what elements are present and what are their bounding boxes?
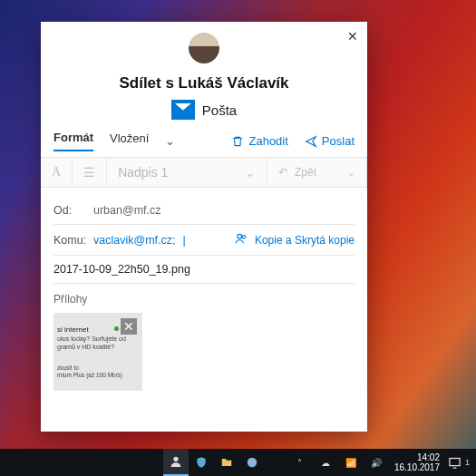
thumb-line: gramů v HD kvalitě? (57, 343, 139, 351)
tray-up-icon[interactable]: ˄ (287, 449, 313, 476)
format-toolbar: A ☰ Nadpis 1⌄ ↶Zpět⌄ (41, 157, 367, 188)
taskbar-app-security[interactable] (189, 449, 214, 476)
discard-button[interactable]: Zahodit (231, 134, 287, 148)
compose-tabs: Formát Vložení ⌄ Zahodit Poslat (41, 120, 367, 151)
people-icon[interactable] (235, 232, 248, 248)
action-center-icon[interactable] (445, 456, 465, 470)
from-value[interactable]: urban@mf.cz (93, 204, 161, 217)
svg-point-3 (248, 458, 257, 468)
taskbar-app-people[interactable] (163, 449, 189, 476)
attachment-thumb[interactable]: ✕ si internet otos today? Surfujete od g… (53, 313, 142, 391)
close-icon[interactable]: ✕ (347, 29, 358, 44)
cc-bcc-link[interactable]: Kopie a Skrytá kopie (255, 234, 355, 247)
dialog-header: Sdílet s Lukáš Václavík Pošta (41, 22, 367, 120)
attachments-label: Přílohy (53, 293, 355, 306)
mail-icon (171, 100, 195, 120)
tray-volume-icon[interactable]: 🔊 (364, 449, 389, 476)
to-input[interactable]: vaclavik@mf.cz; (93, 234, 175, 247)
status-dot-icon (114, 326, 119, 331)
taskbar-app-folder[interactable] (214, 449, 239, 476)
svg-rect-4 (450, 458, 460, 465)
chevron-down-icon[interactable]: ⌄ (165, 134, 175, 148)
dialog-title: Sdílet s Lukáš Václavík (41, 74, 367, 92)
indent-button[interactable]: ☰ (73, 158, 107, 187)
tray-onedrive-icon[interactable]: ☁ (313, 449, 338, 476)
taskbar: ˄ ☁ 📶 🔊 14:02 16.10.2017 1 (0, 449, 476, 476)
subject-row[interactable]: 2017-10-09_22h50_19.png (53, 256, 355, 284)
svg-point-1 (242, 236, 246, 239)
undo-button[interactable]: ↶Zpět⌄ (267, 158, 367, 187)
share-dialog: ✕ Sdílet s Lukáš Václavík Pošta Formát V… (41, 22, 367, 432)
notif-badge: 1 (465, 458, 472, 467)
svg-point-2 (173, 457, 178, 461)
from-label: Od: (53, 204, 86, 217)
tab-format[interactable]: Formát (53, 131, 93, 151)
attachments-section: Přílohy ✕ si internet otos today? Surfuj… (41, 284, 367, 391)
avatar (189, 33, 219, 63)
header-fields: Od: urban@mf.cz Komu: vaclavik@mf.cz; | … (41, 188, 367, 284)
trash-icon (231, 135, 244, 148)
undo-icon: ↶ (278, 166, 287, 179)
taskbar-app-paint[interactable] (239, 449, 265, 476)
send-button[interactable]: Poslat (305, 134, 355, 148)
thumb-line: mium Plus (až 100 Mb/s) (57, 372, 139, 379)
clock-time: 14:02 (394, 452, 440, 462)
subject-input[interactable]: 2017-10-09_22h50_19.png (53, 263, 190, 276)
thumb-line: zkusit to (57, 364, 139, 372)
to-label: Komu: (53, 234, 86, 247)
font-color-button[interactable]: A (41, 158, 73, 187)
app-name: Pošta (202, 102, 237, 118)
style-dropdown[interactable]: Nadpis 1⌄ (107, 158, 267, 187)
taskbar-clock[interactable]: 14:02 16.10.2017 (389, 452, 445, 472)
tab-insert[interactable]: Vložení (110, 131, 149, 151)
to-row: Komu: vaclavik@mf.cz; | Kopie a Skrytá k… (53, 225, 355, 256)
remove-attachment-icon[interactable]: ✕ (121, 318, 137, 335)
svg-point-0 (238, 234, 242, 238)
thumb-line: otos today? Surfujete od (57, 335, 139, 343)
text-caret: | (182, 234, 185, 247)
discard-label: Zahodit (248, 134, 287, 148)
clock-date: 16.10.2017 (394, 462, 440, 472)
send-label: Poslat (322, 134, 355, 148)
send-icon (305, 135, 317, 148)
app-selector[interactable]: Pošta (41, 100, 367, 120)
tray-network-icon[interactable]: 📶 (338, 449, 364, 476)
from-row: Od: urban@mf.cz (53, 197, 355, 225)
